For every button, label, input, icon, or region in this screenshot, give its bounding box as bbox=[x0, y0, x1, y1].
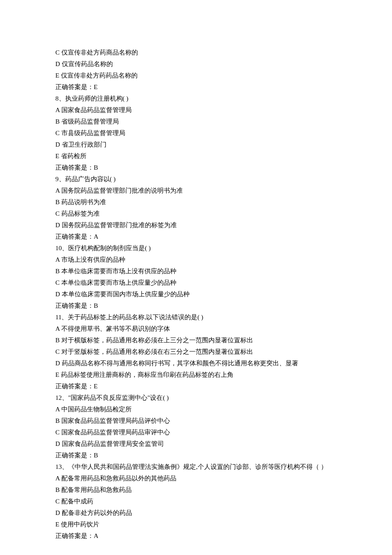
answer-line: 正确答案是：A bbox=[55, 530, 337, 542]
answer-line: 正确答案是：E bbox=[55, 81, 337, 93]
document-page: C 仅宣传非处方药商品名称的 D 仅宣传药品名称的 E 仅宣传非处方药药品名称的… bbox=[0, 0, 392, 555]
text-line: B 对于横版标签，药品通用名称必须在上三分之一范围内显著位置标出 bbox=[55, 335, 337, 346]
text-line: D 仅宣传药品名称的 bbox=[55, 58, 337, 70]
question-line: 8、执业药师的注册机构( ) bbox=[55, 93, 337, 104]
text-line: C 市县级药品监督管理局 bbox=[55, 127, 337, 139]
text-line: C 本单位临床需要而市场上供应量少的品种 bbox=[55, 277, 337, 289]
question-line: 11、关于药品标签上的药品名称,以下说法错误的是( ) bbox=[55, 312, 337, 323]
text-line: A 国务院药品监督管理部门批准的说明书为准 bbox=[55, 185, 337, 197]
text-line: B 本单位临床需要而市场上没有供应的品种 bbox=[55, 266, 337, 277]
text-line: C 仅宣传非处方药商品名称的 bbox=[55, 47, 337, 58]
text-line: B 药品说明书为准 bbox=[55, 197, 337, 208]
text-line: B 国家食品药品监督管理局药品评价中心 bbox=[55, 415, 337, 427]
text-line: E 药品标签使用注册商标的，商标应当印刷在药品标签的右上角 bbox=[55, 369, 337, 381]
text-line: D 配备非处方药以外的药品 bbox=[55, 507, 337, 519]
text-line: E 仅宣传非处方药药品名称的 bbox=[55, 70, 337, 81]
text-line: A 配备常用药品和急救药品以外的其他药品 bbox=[55, 473, 337, 484]
text-line: D 本单位临床需要而国内市场上供应量少的品种 bbox=[55, 289, 337, 300]
question-line: 12、"国家药品不良反应监测中心"设在( ) bbox=[55, 392, 337, 404]
text-line: D 国务院药品监督管理部门批准的标签为准 bbox=[55, 220, 337, 231]
text-line: A 不得使用草书、篆书等不易识别的字体 bbox=[55, 323, 337, 335]
question-line: 13、《中华人民共和国药品管理法实施条例》规定,个人设置的门诊部、诊所等医疗机构… bbox=[55, 461, 337, 473]
text-line: A 中国药品生物制品检定所 bbox=[55, 404, 337, 415]
question-line: 9、药品广告内容以( ) bbox=[55, 173, 337, 185]
text-line: C 药品标签为准 bbox=[55, 208, 337, 220]
answer-line: 正确答案是：A bbox=[55, 231, 337, 243]
text-line: C 国家食品药品监督管理局药品审评中心 bbox=[55, 427, 337, 438]
answer-line: 正确答案是：B bbox=[55, 162, 337, 173]
question-line: 10、医疗机构配制的制剂应当是( ) bbox=[55, 243, 337, 254]
text-line: B 省级药品监督管理局 bbox=[55, 116, 337, 127]
text-line: A 国家食品药品监督管理局 bbox=[55, 104, 337, 116]
text-line: C 配备中成药 bbox=[55, 496, 337, 507]
text-line: A 市场上没有供应的品种 bbox=[55, 254, 337, 266]
text-line: D 省卫生行政部门 bbox=[55, 139, 337, 150]
text-line: B 配备常用药品和急救药品 bbox=[55, 484, 337, 496]
answer-line: 正确答案是：B bbox=[55, 450, 337, 461]
text-line: E 使用中药饮片 bbox=[55, 519, 337, 530]
text-line: D 药品商品名称不得与通用名称同行书写，其字体和颜色不得比通用名称更突出、显著 bbox=[55, 358, 337, 369]
text-line: C 对于竖版标签，药品通用名称必须在右三分之一范围内显著位置标出 bbox=[55, 346, 337, 358]
text-line: E 省药检所 bbox=[55, 150, 337, 162]
answer-line: 正确答案是：B bbox=[55, 300, 337, 312]
text-line: D 国家食品药品监督管理局安全监管司 bbox=[55, 438, 337, 450]
answer-line: 正确答案是：E bbox=[55, 381, 337, 392]
